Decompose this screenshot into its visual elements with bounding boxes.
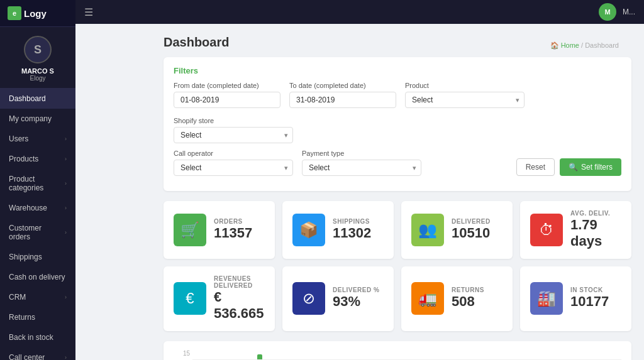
metric-info-shippings: SHIPPINGS 11302: [333, 218, 384, 241]
sidebar-item-label: Users: [9, 134, 28, 143]
topbar-right: M M...: [599, 3, 635, 21]
metric-card-avg_deliv: ⏱ AVG. DELIV. 1.79 days: [520, 201, 631, 259]
chevron-right-icon: ›: [65, 229, 67, 236]
main-content: Dashboard 🏠 Home / Dashboard Filters Fro…: [151, 24, 644, 360]
metric-info-revenues: REVENUES DELIVERED € 536.665: [214, 275, 265, 322]
sidebar-item-users[interactable]: Users›: [0, 129, 75, 149]
filters-section: Filters From date (completed date) To da…: [164, 57, 631, 191]
metric-card-delivered_pct: ⊘ DELIVERED % 93%: [282, 266, 394, 331]
chart-section: 15105: [164, 341, 631, 360]
sidebar-item-returns[interactable]: Returns: [0, 307, 75, 327]
from-date-label: From date (completed date): [174, 82, 280, 89]
payment-type-select[interactable]: Select: [302, 160, 421, 176]
metric-icon-revenues: €: [174, 282, 206, 315]
metric-label-shippings: SHIPPINGS: [333, 218, 384, 225]
sidebar-item-label: My company: [9, 114, 52, 123]
sidebar-item-customer-orders[interactable]: Customer orders›: [0, 218, 75, 247]
chevron-right-icon: ›: [65, 156, 67, 162]
metric-value-in_stock: 10177: [570, 293, 621, 310]
hamburger-icon[interactable]: ☰: [84, 6, 93, 18]
metric-info-delivered_pct: DELIVERED % 93%: [333, 286, 384, 310]
chart-container: 15105: [174, 350, 621, 360]
topbar-username: M...: [623, 8, 635, 16]
metric-card-orders: 🛒 ORDERS 11357: [164, 201, 275, 259]
metrics-grid: 🛒 ORDERS 11357 📦 SHIPPINGS 11302 👥 DELIV…: [164, 201, 631, 331]
metric-card-returns: 🚛 RETURNS 508: [401, 266, 513, 331]
topbar: ☰ M M...: [75, 0, 644, 24]
set-filters-button[interactable]: 🔍 Set filters: [560, 158, 621, 176]
profile-company: Elogy: [30, 75, 45, 82]
sidebar-logo[interactable]: e Logy: [0, 0, 75, 27]
metric-info-delivered: DELIVERED 10510: [452, 218, 502, 241]
metric-icon-avg_deliv: ⏱: [530, 214, 563, 246]
chevron-right-icon: ›: [65, 354, 67, 360]
call-operator-select[interactable]: Select: [174, 160, 293, 176]
sidebar-item-label: Product categories: [9, 175, 65, 192]
payment-type-label: Payment type: [302, 150, 421, 157]
metric-info-in_stock: IN STOCK 10177: [570, 286, 621, 310]
logo-e: L: [24, 8, 30, 19]
sidebar-item-label: Shippings: [9, 253, 42, 261]
chart-y-axis: 15105: [174, 350, 192, 360]
filters-title: Filters: [174, 66, 621, 75]
payment-type-group: Payment type Select: [302, 150, 421, 176]
sidebar-item-label: Cash on delivery: [9, 273, 65, 281]
search-icon: 🔍: [569, 163, 578, 172]
filters-actions: Reset 🔍 Set filters: [516, 158, 621, 176]
payment-type-select-wrapper: Select: [302, 160, 421, 176]
metric-card-revenues: € REVENUES DELIVERED € 536.665: [164, 266, 275, 331]
call-operator-group: Call operator Select: [174, 150, 293, 176]
metric-info-returns: RETURNS 508: [452, 286, 502, 310]
reset-button[interactable]: Reset: [516, 158, 555, 176]
metric-card-delivered: 👥 DELIVERED 10510: [401, 201, 513, 259]
sidebar-item-label: CRM: [9, 293, 26, 302]
sidebar-item-cash-on-delivery[interactable]: Cash on delivery: [0, 267, 75, 287]
sidebar-item-dashboard[interactable]: Dashboard: [0, 89, 75, 109]
metric-value-delivered_pct: 93%: [333, 293, 384, 310]
metric-value-shippings: 11302: [333, 225, 384, 241]
to-date-label: To date (completed date): [289, 82, 396, 89]
shopify-label: Shopify store: [174, 117, 293, 124]
sidebar-item-call-center[interactable]: Call center›: [0, 347, 75, 360]
metric-label-in_stock: IN STOCK: [570, 286, 621, 293]
metric-icon-returns: 🚛: [411, 282, 444, 315]
sidebar-item-crm[interactable]: CRM›: [0, 287, 75, 307]
sidebar-item-shippings[interactable]: Shippings: [0, 247, 75, 267]
sidebar-profile: S MARCO S Elogy: [0, 27, 75, 89]
sidebar-item-back-in-stock[interactable]: Back in stock: [0, 327, 75, 347]
sidebar-item-products[interactable]: Products›: [0, 149, 75, 169]
metric-value-delivered: 10510: [452, 225, 502, 241]
metric-info-orders: ORDERS 11357: [214, 218, 265, 241]
breadcrumb-home[interactable]: 🏠 Home: [550, 41, 579, 49]
filters-row-1: From date (completed date) To date (comp…: [174, 82, 621, 143]
sidebar-menu: DashboardMy companyUsers›Products›Produc…: [0, 89, 75, 360]
shopify-select[interactable]: Select: [174, 127, 293, 143]
sidebar-item-label: Products: [9, 155, 38, 163]
metric-label-revenues: REVENUES DELIVERED: [214, 275, 265, 289]
from-date-group: From date (completed date): [174, 82, 280, 108]
call-operator-label: Call operator: [174, 150, 293, 157]
product-label: Product: [405, 82, 525, 89]
metric-label-delivered: DELIVERED: [452, 218, 502, 225]
avatar: S: [24, 36, 52, 63]
topbar-avatar[interactable]: M: [599, 3, 616, 21]
shopify-group: Shopify store Select: [174, 117, 293, 143]
chevron-right-icon: ›: [65, 180, 67, 187]
sidebar-item-label: Call center: [9, 353, 45, 360]
product-select[interactable]: Select: [405, 92, 525, 108]
sidebar-item-my-company[interactable]: My company: [0, 109, 75, 129]
sidebar-item-warehouse[interactable]: Warehouse›: [0, 198, 75, 218]
sidebar-item-product-categories[interactable]: Product categories›: [0, 169, 75, 198]
logo-text: Logy: [24, 8, 47, 19]
from-date-input[interactable]: [174, 92, 280, 108]
sidebar-item-label: Customer orders: [9, 224, 65, 241]
to-date-input[interactable]: [289, 92, 396, 108]
metric-label-returns: RETURNS: [452, 286, 502, 293]
metric-card-in_stock: 🏭 IN STOCK 10177: [520, 266, 631, 331]
sidebar-item-label: Returns: [9, 313, 35, 322]
product-group: Product Select: [405, 82, 525, 108]
metric-value-returns: 508: [452, 293, 502, 310]
metric-value-revenues: € 536.665: [214, 289, 265, 322]
metric-card-shippings: 📦 SHIPPINGS 11302: [282, 201, 394, 259]
chart-bars: [195, 350, 622, 360]
